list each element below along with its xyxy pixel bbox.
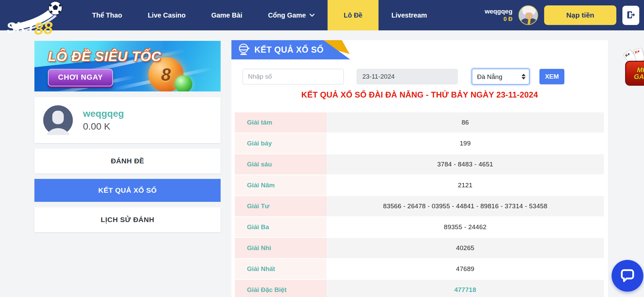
sidebar: 8 LÔ ĐỀ SIÊU TỐC CHƠI NGAY weqgqeg 0.00 … bbox=[34, 41, 221, 232]
profile-balance: 0.00 K bbox=[83, 121, 124, 132]
prize-label: Giải Năm bbox=[235, 175, 327, 196]
banner-play-button[interactable]: CHƠI NGAY bbox=[48, 69, 113, 86]
profile-name: weqgqeg bbox=[83, 108, 124, 119]
nav-item-livestream[interactable]: Livestream bbox=[379, 0, 440, 30]
sky88-logo-icon: SKY 88 bbox=[5, 1, 76, 36]
mini-game-widget[interactable]: K♠ K♥ K♣ K♥ MINIGAME bbox=[625, 46, 644, 88]
nav-item-live-casino[interactable]: Live Casino bbox=[135, 0, 198, 30]
promo-banner[interactable]: 8 LÔ ĐỀ SIÊU TỐC CHƠI NGAY bbox=[34, 41, 221, 91]
nav-menu: Thể Thao Live Casino Game Bài Cổng Game … bbox=[79, 0, 440, 30]
prize-label: Giải Tư bbox=[235, 196, 327, 217]
result-row: Giải Nhất 47689 bbox=[235, 259, 604, 280]
prize-label: Giải Nhì bbox=[235, 238, 327, 259]
prize-value: 89355 - 24462 bbox=[327, 217, 604, 238]
result-row: Giải Đặc Biệt 477718 bbox=[235, 280, 604, 297]
logout-icon bbox=[626, 10, 636, 21]
panel-header-ribbon: KẾT QUẢ XỔ SỐ bbox=[231, 40, 350, 59]
sidebar-item-ket-qua-xo-so[interactable]: KẾT QUẢ XỔ SỐ bbox=[34, 179, 221, 202]
profile-avatar-icon bbox=[43, 105, 73, 135]
lottery-ball-green-icon bbox=[175, 75, 192, 91]
result-row: Giải tám 86 bbox=[235, 112, 604, 133]
chat-button[interactable] bbox=[612, 260, 643, 292]
banner-title: LÔ ĐỀ SIÊU TỐC bbox=[48, 49, 221, 64]
prize-label: Giải bảy bbox=[235, 133, 327, 154]
top-nav: SKY 88 Thể Thao Live Casino Game Bài Cổn… bbox=[0, 0, 644, 30]
sidebar-item-lich-su-danh[interactable]: LỊCH SỬ ĐÁNH bbox=[34, 207, 221, 232]
chat-icon bbox=[619, 267, 636, 285]
nav-item-cong-game[interactable]: Cổng Game bbox=[255, 0, 327, 30]
prize-value: 3784 - 8483 - 4651 bbox=[327, 154, 604, 175]
prize-label: Giải Nhất bbox=[235, 259, 327, 280]
chevron-down-icon bbox=[309, 14, 315, 17]
nav-item-the-thao[interactable]: Thể Thao bbox=[79, 0, 135, 30]
result-row: Giải bảy 199 bbox=[235, 133, 604, 154]
prize-value: 477718 bbox=[327, 280, 604, 297]
region-select-wrap: Đà Nẵng bbox=[472, 69, 530, 85]
sky88-logo[interactable]: SKY 88 bbox=[0, 0, 79, 30]
result-row: Giải Nhì 40265 bbox=[235, 238, 604, 259]
prize-label: Giải sáu bbox=[235, 154, 327, 175]
svg-text:88: 88 bbox=[33, 18, 54, 38]
result-row: Giải Ba 89355 - 24462 bbox=[235, 217, 604, 238]
page: SKY 88 Thể Thao Live Casino Game Bài Cổn… bbox=[0, 0, 644, 297]
sidebar-item-danh-de[interactable]: ĐÁNH ĐỀ bbox=[34, 148, 221, 173]
nav-user-info[interactable]: weqgqeg 0 Đ bbox=[485, 7, 512, 24]
nav-balance: 0 Đ bbox=[485, 16, 512, 23]
prize-label: Giải Đặc Biệt bbox=[235, 280, 327, 297]
prize-value: 40265 bbox=[327, 238, 604, 259]
result-row: Giải sáu 3784 - 8483 - 4651 bbox=[235, 154, 604, 175]
logout-button[interactable] bbox=[622, 6, 639, 25]
prize-label: Giải tám bbox=[235, 112, 327, 133]
panel-title: KẾT QUẢ XỔ SỐ bbox=[254, 45, 324, 55]
prize-value: 47689 bbox=[327, 259, 604, 280]
prize-label: Giải Ba bbox=[235, 217, 327, 238]
date-field[interactable] bbox=[357, 69, 458, 84]
result-row: Giải Năm 2121 bbox=[235, 175, 604, 196]
results-panel: KẾT QUẢ XỔ SỐ Đà Nẵng XEM KẾT QUẢ XỔ SỐ … bbox=[231, 40, 608, 297]
prize-value: 86 bbox=[327, 112, 604, 133]
prize-value: 199 bbox=[327, 133, 604, 154]
result-row: Giải Tư 83566 - 26478 - 03955 - 44841 - … bbox=[235, 196, 604, 217]
nav-username: weqgqeg bbox=[485, 7, 512, 16]
deposit-button[interactable]: Nạp tiền bbox=[544, 5, 616, 25]
svg-text:SKY: SKY bbox=[6, 18, 37, 36]
profile-card: weqgqeg 0.00 K bbox=[34, 97, 221, 143]
prize-value: 2121 bbox=[327, 175, 604, 196]
region-select[interactable]: Đà Nẵng bbox=[472, 69, 530, 85]
user-avatar[interactable] bbox=[519, 5, 538, 25]
lottery-machine-icon bbox=[237, 43, 250, 57]
nav-item-game-bai[interactable]: Game Bài bbox=[198, 0, 255, 30]
number-input[interactable] bbox=[243, 69, 344, 84]
search-form: Đà Nẵng XEM bbox=[243, 69, 564, 85]
view-button[interactable]: XEM bbox=[539, 69, 564, 84]
mini-game-badge: MINIGAME bbox=[625, 61, 644, 86]
results-table: Giải tám 86 Giải bảy 199 Giải sáu 3784 -… bbox=[235, 112, 604, 297]
result-title: KẾT QUẢ XỔ SỐ ĐÀI ĐÀ NẴNG - THỨ BẢY NGÀY… bbox=[231, 90, 608, 100]
prize-value: 83566 - 26478 - 03955 - 44841 - 89816 - … bbox=[327, 196, 604, 217]
nav-right: weqgqeg 0 Đ Nạp tiền bbox=[485, 0, 644, 30]
nav-item-lo-de[interactable]: Lô Đề bbox=[328, 0, 379, 30]
